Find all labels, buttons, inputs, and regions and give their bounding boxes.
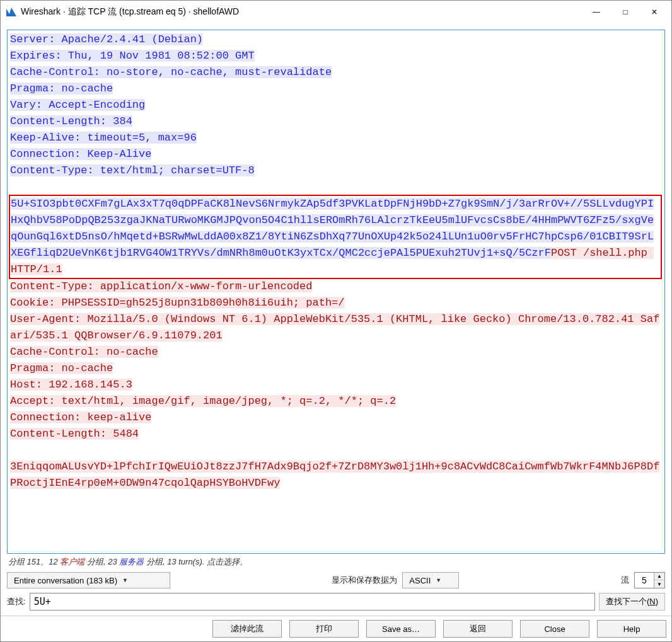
format-combo[interactable]: ASCII ▼ [402,572,459,588]
filter-out-stream-button[interactable]: 滤掉此流 [212,620,282,638]
button-bar: 滤掉此流 打印 Save as… 返回 Close Help [1,616,671,641]
conversation-combo[interactable]: Entire conversation (183 kB) ▼ [7,572,170,588]
save-as-button[interactable]: Save as… [366,620,436,638]
spinner-down-icon[interactable]: ▼ [654,580,664,588]
stream-area: Server: Apache/2.4.41 (Debian) Expires: … [7,30,665,554]
help-button[interactable]: Help [597,620,666,638]
find-next-label: 查找下一个(N) [606,596,658,607]
close-button[interactable]: Close [520,620,589,638]
display-as-label: 显示和保存数据为 [332,575,397,586]
stats-pre: 分组 151。12 [8,557,60,566]
titlebar: Wireshark · 追踪 TCP 流 (tcp.stream eq 5) ·… [1,1,671,23]
stream-number-input[interactable] [635,573,654,588]
back-button[interactable]: 返回 [443,620,513,638]
close-window-button[interactable]: ✕ [640,1,669,23]
stream-text[interactable]: Server: Apache/2.4.41 (Debian) Expires: … [8,30,664,553]
stats-client: 客户端 [60,557,84,566]
find-next-button[interactable]: 查找下一个(N) [599,593,665,610]
maximize-button[interactable]: □ [611,1,640,23]
print-button[interactable]: 打印 [289,620,359,638]
wireshark-icon [6,6,17,18]
content: Server: Apache/2.4.41 (Debian) Expires: … [1,23,671,616]
find-input[interactable] [30,593,595,610]
find-label: 查找: [7,596,26,607]
format-value: ASCII [409,576,431,585]
stats-post: 分组, 13 turn(s). 点击选择。 [144,557,248,566]
controls-row-1: Entire conversation (183 kB) ▼ 显示和保存数据为 … [7,570,665,590]
stats-mid: 分组, 23 [84,557,119,566]
controls-row-2: 查找: 查找下一个(N) [7,590,665,612]
dropdown-arrow-icon: ▼ [436,577,441,583]
stats-line[interactable]: 分组 151。12 客户端 分组, 23 服务器 分组, 13 turn(s).… [7,554,665,570]
dropdown-arrow-icon: ▼ [122,577,128,583]
stats-server: 服务器 [119,557,144,566]
spinner-up-icon[interactable]: ▲ [654,573,664,580]
minimize-button[interactable]: — [582,1,611,23]
stream-label: 流 [621,575,629,586]
conversation-value: Entire conversation (183 kB) [14,576,117,585]
stream-number-spinner[interactable]: ▲ ▼ [634,572,665,588]
window-title: Wireshark · 追踪 TCP 流 (tcp.stream eq 5) ·… [21,6,582,18]
